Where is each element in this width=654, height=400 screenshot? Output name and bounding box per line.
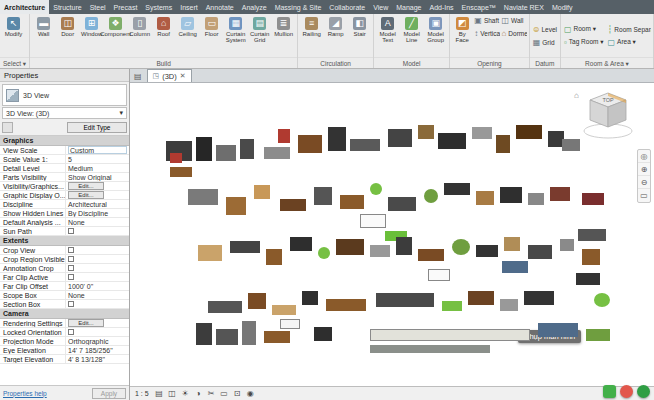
model-element[interactable] (476, 245, 498, 257)
model-element[interactable] (230, 241, 260, 253)
property-value[interactable] (66, 273, 129, 281)
tool-wall[interactable]: ◫Wall (501, 15, 527, 26)
checkbox[interactable] (68, 274, 74, 280)
ribbon-tab-structure[interactable]: Structure (49, 0, 85, 14)
edit-button[interactable]: Edit... (68, 191, 104, 199)
temporary-hide-icon[interactable]: ⊡ (232, 388, 243, 399)
model-element[interactable] (524, 291, 554, 305)
property-value[interactable] (66, 264, 129, 272)
checkbox[interactable] (68, 301, 74, 307)
ribbon-tab-architecture[interactable]: Architecture (0, 0, 49, 14)
screenshot-app-icon[interactable] (603, 385, 616, 398)
model-element[interactable] (438, 133, 466, 149)
ribbon-panel-label-build[interactable]: Build (30, 57, 297, 68)
model-element[interactable] (396, 237, 412, 255)
property-value[interactable]: Edit... (66, 191, 129, 199)
zoom-window-icon[interactable]: ▭ (638, 189, 650, 202)
model-element[interactable] (170, 153, 182, 163)
model-element[interactable] (328, 127, 346, 151)
model-element[interactable] (216, 145, 236, 161)
ribbon-tab-insert[interactable]: Insert (176, 0, 202, 14)
value-input[interactable]: Custom (68, 146, 127, 154)
ribbon-tab-massing-site[interactable]: Massing & Site (271, 0, 326, 14)
property-value[interactable]: None (66, 291, 129, 299)
ribbon-tab-precast[interactable]: Precast (110, 0, 142, 14)
model-element[interactable] (254, 185, 270, 199)
checkbox[interactable] (68, 228, 74, 234)
model-element[interactable] (318, 247, 330, 259)
properties-filter-icon[interactable] (2, 122, 13, 133)
view-scale-label[interactable]: 1 : 5 (135, 390, 149, 397)
ribbon-panel-label-datum[interactable]: Datum (530, 57, 560, 68)
property-value[interactable] (66, 255, 129, 263)
ribbon-panel-label-select[interactable]: Select ▾ (0, 57, 29, 68)
tool-model-group[interactable]: ▣Model Group (424, 15, 447, 44)
model-element[interactable] (502, 261, 528, 273)
ribbon-tab-collaborate[interactable]: Collaborate (325, 0, 369, 14)
property-value[interactable]: Custom (66, 146, 129, 154)
model-element[interactable] (298, 135, 322, 153)
tool-room[interactable]: ▢Room ▾ (563, 24, 605, 35)
model-element[interactable] (500, 187, 522, 203)
model-element[interactable] (226, 197, 246, 215)
checkbox[interactable] (68, 247, 74, 253)
type-selector-dropdown[interactable]: 3D View: (3D) ▾ (2, 107, 127, 119)
viewcube-top-label[interactable]: TOP (602, 97, 614, 103)
model-element[interactable] (326, 299, 366, 311)
model-element[interactable] (538, 323, 578, 337)
navigation-wheel-icon[interactable]: ◎ (638, 150, 650, 163)
tool-dormer[interactable]: ⌂Dormer (501, 28, 527, 39)
model-element[interactable] (290, 237, 312, 251)
model-element[interactable] (196, 137, 212, 161)
model-element[interactable] (272, 305, 296, 315)
tool-vertical[interactable]: ↕Vertical (473, 28, 499, 39)
type-preview[interactable]: 3D View (2, 84, 127, 106)
model-element[interactable] (248, 293, 266, 309)
model-element[interactable] (314, 187, 332, 205)
checkbox[interactable] (68, 329, 74, 335)
model-element[interactable] (586, 329, 610, 341)
ribbon-panel-label-circulation[interactable]: Circulation (298, 57, 373, 68)
model-element[interactable] (278, 129, 290, 143)
model-element[interactable] (188, 189, 218, 205)
ribbon-panel-label-opening[interactable]: Opening (450, 57, 529, 68)
detail-level-icon[interactable]: ▤ (154, 388, 165, 399)
apply-button[interactable]: Apply (92, 388, 126, 399)
zoom-out-icon[interactable]: ⊖ (638, 176, 650, 189)
model-element[interactable] (528, 245, 552, 259)
tool-column[interactable]: ▯Column (128, 15, 151, 37)
model-element[interactable] (280, 199, 306, 211)
edit-type-button[interactable]: Edit Type (67, 122, 127, 133)
crop-view-icon[interactable]: ✂ (206, 388, 217, 399)
model-element[interactable] (280, 319, 300, 329)
property-value[interactable]: None (66, 218, 129, 226)
model-element[interactable] (476, 191, 494, 205)
model-element[interactable] (370, 183, 382, 195)
reveal-hidden-icon[interactable]: ◉ (245, 388, 256, 399)
model-element[interactable] (314, 327, 332, 341)
tool-component[interactable]: ❖Component (104, 15, 127, 37)
model-element[interactable] (442, 301, 462, 311)
ribbon-panel-label-room-area[interactable]: Room & Area ▾ (561, 57, 653, 68)
model-element[interactable] (198, 245, 222, 261)
model-element[interactable] (340, 195, 364, 209)
model-element[interactable] (370, 345, 490, 353)
enscape-app-icon[interactable] (637, 385, 650, 398)
property-value[interactable]: 4' 8 13/128" (66, 355, 129, 363)
property-group-graphics[interactable]: Graphics (0, 136, 129, 146)
model-element[interactable] (528, 193, 544, 205)
model-element[interactable] (302, 291, 318, 305)
model-element[interactable] (504, 237, 520, 251)
visual-style-icon[interactable]: ◫ (167, 388, 178, 399)
ribbon-tab-steel[interactable]: Steel (86, 0, 110, 14)
model-element[interactable] (264, 331, 290, 343)
property-value[interactable]: Orthographic (66, 337, 129, 345)
property-value[interactable]: 1000' 0" (66, 282, 129, 290)
property-value[interactable]: 14' 7 185/256" (66, 346, 129, 354)
model-element[interactable] (170, 167, 192, 177)
property-value[interactable]: 5 (66, 155, 129, 163)
edit-button[interactable]: Edit... (68, 319, 104, 327)
model-canvas[interactable]: ⌂ TOP ◎⊕⊖▭ Chụp màn hình (130, 83, 654, 386)
close-icon[interactable]: ✕ (180, 72, 186, 80)
model-element[interactable] (582, 193, 604, 205)
